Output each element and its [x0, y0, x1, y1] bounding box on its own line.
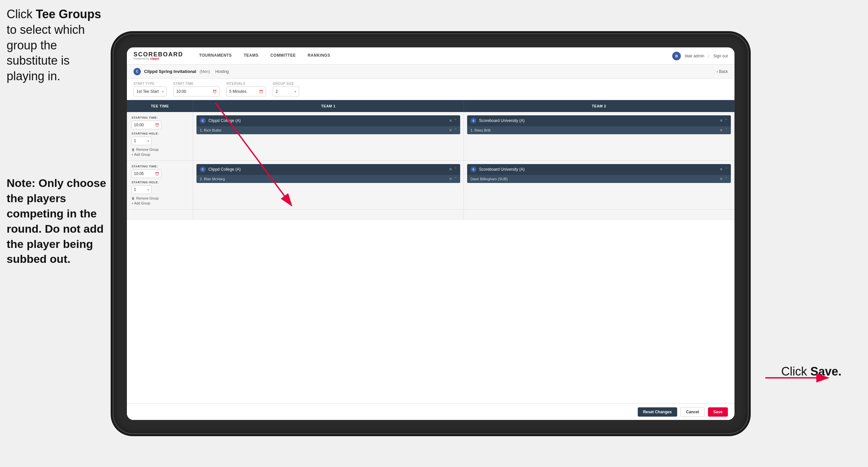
hosting-label: Hosting: [215, 69, 229, 74]
group1-team1-expand-icon[interactable]: ⌃: [454, 118, 457, 123]
sub-header-badge: C: [133, 68, 141, 75]
group2-team2-badge: S: [470, 166, 476, 172]
action-bar: Reset Changes Cancel Save: [127, 403, 735, 420]
group1-team2-player-name: 1. Rees Britt: [470, 128, 717, 132]
group2-team1-expand-icon[interactable]: ⌃: [454, 167, 457, 172]
intervals-select[interactable]: 5 Minutes ⏰: [226, 87, 266, 96]
sign-out-link[interactable]: Sign out: [713, 54, 728, 58]
group1-player1-remove-icon[interactable]: ✕: [449, 128, 452, 133]
nav-tournaments[interactable]: TOURNAMENTS: [193, 48, 238, 65]
group2-team2-name: Scoreboard University (A): [479, 167, 717, 172]
group1-team2-expand-icon[interactable]: ⌃: [725, 118, 727, 123]
back-button[interactable]: ‹ Back: [717, 69, 728, 74]
group2-player-actions-2: ✕ ⌃: [720, 177, 727, 181]
clock-icon: ⏰: [155, 123, 159, 127]
group2-team1-header: C Clippd College (A) ✕ ⌃: [196, 164, 460, 175]
instruction-rest: to select which group the substitute is …: [7, 23, 85, 83]
group2-player2-remove-icon[interactable]: ✕: [720, 177, 723, 181]
start-type-label: Start Type: [133, 82, 167, 86]
group-size-select[interactable]: 2 ▾: [273, 87, 299, 96]
group1-player2-expand-icon[interactable]: ⌃: [725, 128, 727, 133]
group1-time-label: STARTING TIME:: [131, 116, 188, 119]
nav-user: blair admin: [685, 54, 704, 58]
content-area: STARTING TIME: 10:00 ⏰ STARTING HOLE: 1 …: [127, 112, 735, 420]
tablet-screen: SCOREBOARD Powered by clippd TOURNAMENTS…: [127, 48, 735, 420]
group2-team2-expand-icon[interactable]: ⌃: [725, 167, 727, 172]
sub-header: C Clippd Spring Invitational (Men) Hosti…: [127, 65, 735, 79]
group2-team1-remove-icon[interactable]: ✕: [449, 167, 452, 172]
tee-group-row-1: STARTING TIME: 10:00 ⏰ STARTING HOLE: 1 …: [127, 112, 735, 161]
group2-team2-player-row: Dave Billingham (SUB) ✕ ⌃: [467, 175, 731, 183]
nav-rankings[interactable]: RANKINGS: [302, 48, 336, 65]
intervals-field: Intervals 5 Minutes ⏰: [226, 82, 266, 96]
group2-controls: STARTING TIME: 10:05 ⏰ STARTING HOLE: 1 …: [127, 161, 193, 209]
group2-hole-input[interactable]: 1 ▾: [131, 185, 151, 194]
instruction-main: Click Tee Groups to select which group t…: [7, 7, 109, 84]
navbar: SCOREBOARD Powered by clippd TOURNAMENTS…: [127, 48, 735, 65]
group1-hole-label: STARTING HOLE:: [131, 132, 188, 135]
group2-player1-remove-icon[interactable]: ✕: [449, 177, 452, 181]
group2-player-actions: ✕ ⌃: [449, 177, 457, 181]
logo-scoreboard: SCOREBOARD: [133, 51, 183, 57]
start-time-select[interactable]: 10:00 ⏰: [173, 87, 220, 96]
group2-time-input[interactable]: 10:05 ⏰: [131, 169, 161, 178]
logo-powered: Powered by clippd: [133, 57, 183, 60]
group2-team2-remove-icon[interactable]: ✕: [720, 167, 723, 172]
group1-team2-remove-icon[interactable]: ✕: [720, 118, 723, 123]
team-card-actions: ✕ ⌃: [449, 118, 457, 123]
nav-links: TOURNAMENTS TEAMS COMMITTEE RANKINGS: [193, 48, 672, 65]
group3-team2-hint: [464, 209, 735, 219]
chevron-down-icon: ⏰: [213, 90, 217, 93]
group2-player2-expand-icon[interactable]: ⌃: [725, 177, 727, 181]
group1-team1-player-name: 1. Rich Butler: [200, 128, 446, 132]
intervals-label: Intervals: [226, 82, 266, 86]
cancel-button[interactable]: Cancel: [681, 407, 705, 417]
group1-team1-remove-icon[interactable]: ✕: [449, 118, 452, 123]
reset-changes-button[interactable]: Reset Changes: [638, 407, 677, 417]
add-group-2-button[interactable]: + Add Group: [131, 202, 188, 205]
tee-time-header: Tee Time: [127, 100, 193, 112]
group2-team1-name: Clippd College (A): [208, 167, 446, 172]
group3-team1-hint: [193, 209, 464, 219]
chevron-down-icon: ⏰: [259, 90, 263, 93]
group1-team2-header: S Scoreboard University (A) ✕ ⌃: [467, 115, 731, 126]
player-actions: ✕ ⌃: [449, 128, 457, 133]
group1-team1-name: Clippd College (A): [208, 118, 446, 123]
group3-partial-row: [127, 209, 735, 220]
nav-committee[interactable]: COMMITTEE: [265, 48, 302, 65]
group2-team1-cell: C Clippd College (A) ✕ ⌃ 2. Blair McHarg: [193, 161, 464, 209]
settings-row: Start Type 1st Tee Start ▾ Start Time 10…: [127, 79, 735, 100]
group2-player1-expand-icon[interactable]: ⌃: [454, 177, 457, 181]
remove-group-2-button[interactable]: 🗑 Remove Group: [131, 197, 188, 200]
group2-team1-card[interactable]: C Clippd College (A) ✕ ⌃ 2. Blair McHarg: [196, 164, 460, 183]
group2-team2-card[interactable]: S Scoreboard University (A) ✕ ⌃ Dave Bil…: [467, 164, 731, 183]
group1-time-input[interactable]: 10:00 ⏰: [131, 121, 161, 129]
clock-icon-2: ⏰: [155, 172, 159, 176]
group1-team2-card[interactable]: S Scoreboard University (A) ✕ ⌃ 1. Rees …: [467, 115, 731, 134]
tee-group-row-2: STARTING TIME: 10:05 ⏰ STARTING HOLE: 1 …: [127, 161, 735, 209]
group2-team1-player-row: 2. Blair McHarg ✕ ⌃: [196, 175, 460, 183]
tablet-shell: SCOREBOARD Powered by clippd TOURNAMENTS…: [113, 33, 749, 434]
group1-player2-remove-icon[interactable]: ✕: [720, 128, 723, 133]
group2-team2-header: S Scoreboard University (A) ✕ ⌃: [467, 164, 731, 175]
remove-group-1-button[interactable]: 🗑 Remove Group: [131, 148, 188, 151]
team2-header: Team 2: [464, 100, 735, 112]
instruction-bold: Tee Groups: [36, 7, 101, 21]
chevron-down-icon: ▾: [162, 90, 164, 93]
table-header: Tee Time Team 1 Team 2: [127, 100, 735, 112]
group1-team1-player-row: 1. Rich Butler ✕ ⌃: [196, 126, 460, 134]
group1-hole-input[interactable]: 1 ▾: [131, 137, 151, 145]
click-save-label: Click Save.: [781, 364, 841, 379]
group1-player1-expand-icon[interactable]: ⌃: [454, 128, 457, 133]
chevron-down-icon: ▾: [148, 139, 149, 143]
nav-teams[interactable]: TEAMS: [238, 48, 265, 65]
save-button[interactable]: Save: [708, 407, 728, 417]
team-card-actions-2: ✕ ⌃: [720, 118, 727, 123]
group1-team1-card[interactable]: C Clippd College (A) ✕ ⌃ 1. Rich Butler: [196, 115, 460, 134]
group2-hole-label: STARTING HOLE:: [131, 181, 188, 184]
group2-team-card-actions: ✕ ⌃: [449, 167, 457, 172]
add-group-1-button[interactable]: + Add Group: [131, 153, 188, 156]
group2-team1-player-name: 2. Blair McHarg: [200, 177, 446, 181]
nav-right: B blair admin | Sign out: [672, 52, 728, 60]
start-type-select[interactable]: 1st Tee Start ▾: [133, 87, 167, 96]
